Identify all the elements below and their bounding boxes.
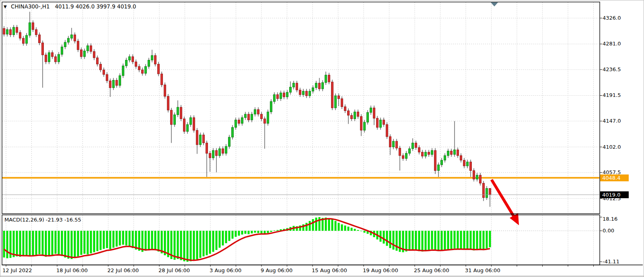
current-price-badge: 4019.0 <box>600 191 629 198</box>
macd-indicator-label: MACD(12,26,9) -21.93 -16.55 <box>4 217 81 223</box>
horizontal-line-price-badge: 4048.4 <box>600 174 629 181</box>
price-tick-label: 4102.0 <box>603 144 621 150</box>
time-tick-label: 22 Jul 06:00 <box>107 267 139 273</box>
time-tick-label: 15 Aug 06:00 <box>312 267 347 273</box>
chart-title: ▼ CHINA300-,H1 4011.9 4026.0 3997.9 4019… <box>4 3 136 10</box>
price-tick-label: 4236.5 <box>603 66 621 72</box>
time-tick-label: 18 Jul 06:00 <box>56 267 88 273</box>
time-tick-label: 9 Aug 06:00 <box>261 267 292 273</box>
price-tick-label: 4191.5 <box>603 92 621 98</box>
downtrend-arrow[interactable] <box>492 180 519 225</box>
mt4-chart-window: ▼ CHINA300-,H1 4011.9 4026.0 3997.9 4019… <box>0 0 644 277</box>
price-tick-label: 4281.0 <box>603 41 621 47</box>
time-tick-label: 25 Aug 06:00 <box>414 267 449 273</box>
price-tick-label: 4147.0 <box>603 118 621 124</box>
macd-signal-line <box>4 219 490 260</box>
macd-tick-label: 18.16 <box>603 216 617 222</box>
ohlc-readout: 4011.9 4026.0 3997.9 4019.0 <box>55 3 136 10</box>
time-tick-label: 28 Jul 06:00 <box>158 267 190 273</box>
window-bottom-strip <box>0 275 644 277</box>
symbol-dropdown-icon: ▼ <box>4 4 7 9</box>
chart-shift-marker-icon[interactable] <box>491 2 498 6</box>
price-tick-label: 4326.0 <box>603 15 621 21</box>
time-tick-label: 31 Aug 06:00 <box>465 267 500 273</box>
time-tick-label: 12 Jul 2022 <box>2 267 32 273</box>
symbol-period-label: CHINA300-,H1 <box>11 3 50 10</box>
time-tick-label: 3 Aug 06:00 <box>210 267 241 273</box>
macd-tick-label: -41.11 <box>603 259 619 265</box>
chart-canvas[interactable] <box>0 0 644 277</box>
time-tick-label: 19 Aug 06:00 <box>363 267 398 273</box>
macd-tick-label: 0.00 <box>603 228 614 234</box>
